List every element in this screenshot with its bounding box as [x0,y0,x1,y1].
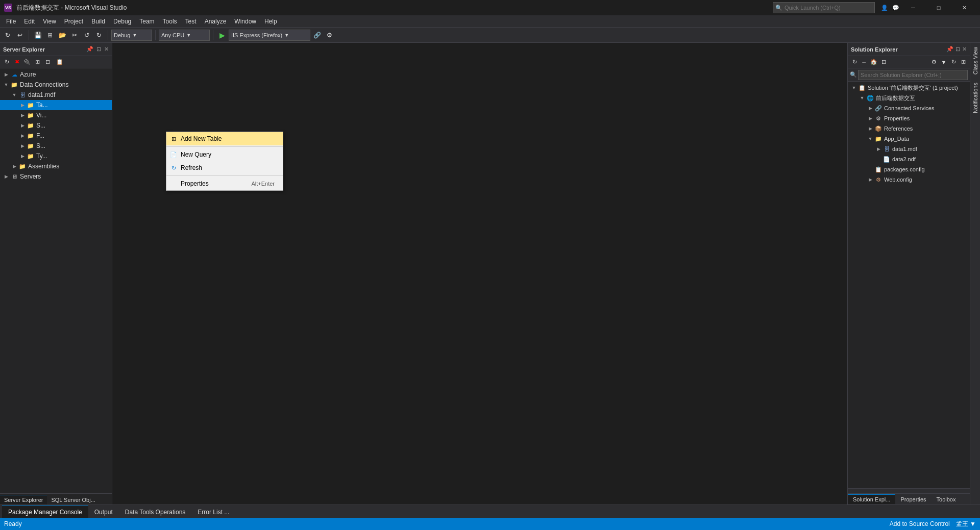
bottom-tab-output[interactable]: Output [88,506,119,518]
menu-build[interactable]: Build [87,15,109,28]
solution-explorer-search-input[interactable] [858,70,968,80]
references-icon: 📦 [874,124,883,133]
tree-functions[interactable]: ▶ 📁 F... [0,131,112,141]
menu-view[interactable]: View [39,15,60,28]
se-props-btn[interactable]: 📋 [55,58,64,67]
sol-tree-web-config[interactable]: ▶ ⚙ Web.config [848,174,970,185]
sol-tab-solution-explorer[interactable]: Solution Expl... [848,494,895,504]
sol-home-btn[interactable]: 🏠 [869,58,878,67]
views-arrow: ▶ [18,111,27,119]
toolbar-attach[interactable]: 🔗 [311,30,323,41]
sol-props-btn[interactable]: ⊡ [879,58,888,67]
sol-sync-btn[interactable]: ↻ [850,58,859,67]
close-button[interactable]: ✕ [952,0,976,15]
menu-test[interactable]: Test [181,15,201,28]
debug-mode-dropdown[interactable]: Debug ▼ [111,30,152,41]
menu-tools[interactable]: Tools [159,15,181,28]
sol-tree-properties[interactable]: ▶ ⚙ Properties [848,113,970,123]
menu-team[interactable]: Team [135,15,158,28]
right-tab-notifications[interactable]: Notifications [971,79,980,117]
minimize-button[interactable]: ─ [901,0,925,15]
sol-refresh-btn[interactable]: ↻ [949,58,958,67]
tree-data1mdf[interactable]: ▼ 🗄 data1.mdf [0,90,112,100]
cpu-dropdown-arrow: ▼ [186,33,191,38]
sol-close-icon[interactable]: ✕ [962,46,967,53]
toolbar-refresh[interactable]: ↻ [2,30,13,41]
toolbar-open[interactable]: 📂 [57,30,68,41]
menu-edit[interactable]: Edit [20,15,39,28]
sol-settings-btn[interactable]: ⚙ [929,58,939,67]
sol-tree-data1mdf[interactable]: ▶ 🗄 data1.mdf [848,144,970,154]
ctx-add-new-table[interactable]: ⊞ Add New Table [166,132,283,145]
ctx-refresh[interactable]: ↻ Refresh [166,161,283,174]
tree-types[interactable]: ▶ 📁 Ty... [0,151,112,161]
sol-tab-properties[interactable]: Properties [895,495,931,504]
sol-tree-app-data[interactable]: ▼ 📁 App_Data [848,134,970,144]
right-tab-class-view[interactable]: Class View [971,43,980,79]
ctx-properties-label: Properties [181,180,209,187]
sol-tree-packages-config[interactable]: ▶ 📋 packages.config [848,164,970,174]
sol-tree-references[interactable]: ▶ 📦 References [848,123,970,134]
sol-tree-connected-services[interactable]: ▶ 🔗 Connected Services [848,103,970,113]
se-stop-btn[interactable]: ✖ [12,58,21,67]
toolbar-undo2[interactable]: ↺ [81,30,92,41]
sol-tree-project[interactable]: ▼ 🌐 前后端数据交互 [848,93,970,103]
quick-launch[interactable]: 🔍 [773,2,875,13]
ctx-new-query[interactable]: 📄 New Query [166,148,283,161]
sol-filter-btn[interactable]: ▼ [939,58,948,67]
sol-back-btn[interactable]: ← [860,58,869,67]
pin-icon[interactable]: 📌 [86,46,93,53]
toolbar-sep2 [108,30,108,40]
close-icon[interactable]: ✕ [104,46,109,53]
user-icon[interactable]: 👤 [881,5,888,11]
se-refresh-btn[interactable]: ↻ [2,58,11,67]
iis-express-dropdown[interactable]: IIS Express (Firefox) ▼ [229,30,310,41]
se-tab-server-explorer[interactable]: Server Explorer [0,495,47,504]
tree-tables[interactable]: ▶ 📁 Ta... [0,100,112,110]
cpu-dropdown[interactable]: Any CPU ▼ [159,30,210,41]
app-data-label: App_Data [884,136,909,142]
menu-window[interactable]: Window [230,15,260,28]
solution-explorer-scrollbar[interactable] [848,488,970,493]
status-source-control[interactable]: Add to Source Control [890,520,950,527]
menu-project[interactable]: Project [60,15,87,28]
toolbar-save[interactable]: 💾 [32,30,43,41]
quick-launch-input[interactable] [785,5,872,11]
bottom-tab-data-tools[interactable]: Data Tools Operations [119,506,192,518]
menu-analyze[interactable]: Analyze [201,15,231,28]
sol-tab-toolbox[interactable]: Toolbox [932,495,961,504]
menu-debug[interactable]: Debug [109,15,135,28]
bottom-tab-package-manager[interactable]: Package Manager Console [2,506,88,518]
start-debug-button[interactable]: ▶ [216,30,228,41]
feedback-icon[interactable]: 💬 [892,5,899,11]
tree-stored-procs[interactable]: ▶ 📁 S... [0,120,112,131]
toolbar-redo[interactable]: ↻ [93,30,105,41]
toolbar-cut[interactable]: ✂ [69,30,80,41]
tree-azure[interactable]: ▶ ☁ Azure [0,69,112,80]
tree-synonyms[interactable]: ▶ 📁 S... [0,141,112,151]
menu-help[interactable]: Help [260,15,281,28]
se-tab-sql-server[interactable]: SQL Server Obj... [47,495,99,504]
tree-views[interactable]: ▶ 📁 Vi... [0,110,112,120]
sol-tree-solution[interactable]: ▼ 📋 Solution '前后端数据交互' (1 project) [848,83,970,93]
app-data-icon: 📁 [874,135,883,143]
sol-expand-btn[interactable]: ⊞ [959,58,968,67]
bottom-tab-error-list[interactable]: Error List ... [191,506,235,518]
se-connect-btn[interactable]: 🔌 [22,58,32,67]
toolbar-save-all[interactable]: ⊞ [44,30,56,41]
restore-button[interactable]: □ [927,0,950,15]
status-user[interactable]: 孟王 ▼ [956,520,976,528]
ctx-properties[interactable]: Properties Alt+Enter [166,177,283,190]
menu-file[interactable]: File [2,15,20,28]
se-expand-btn[interactable]: ⊞ [33,58,42,67]
se-collapse-btn[interactable]: ⊟ [43,58,52,67]
tree-assemblies[interactable]: ▶ 📁 Assemblies [0,161,112,171]
sol-pin-icon[interactable]: 📌 [946,46,953,53]
tree-servers[interactable]: ▶ 🖥 Servers [0,171,112,182]
dock-icon[interactable]: ⊡ [96,46,101,53]
sol-dock-icon[interactable]: ⊡ [955,46,960,53]
sol-tree-data2ndf[interactable]: ▶ 📄 data2.ndf [848,154,970,164]
toolbar-more[interactable]: ⚙ [324,30,335,41]
tree-data-connections[interactable]: ▼ 📁 Data Connections [0,80,112,90]
toolbar-undo[interactable]: ↩ [14,30,26,41]
